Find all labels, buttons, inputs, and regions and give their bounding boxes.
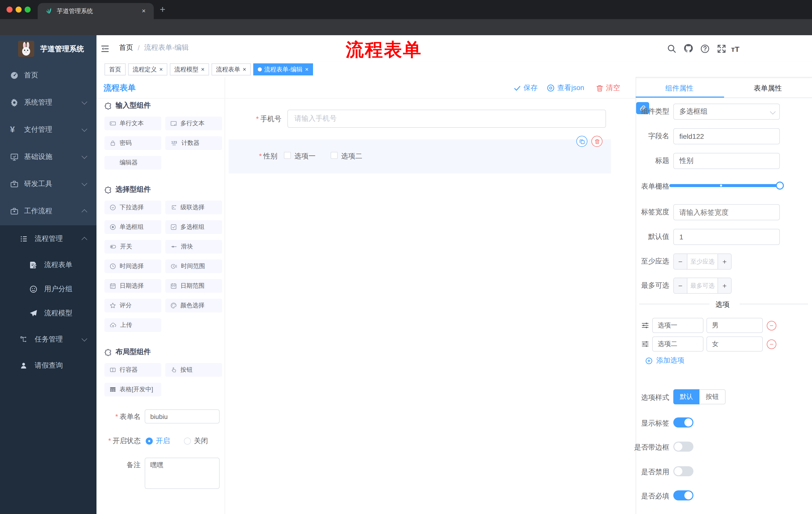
default-value-input[interactable] xyxy=(673,229,780,245)
palette-item-time-picker[interactable]: 时间选择 xyxy=(105,260,161,273)
github-icon[interactable] xyxy=(684,43,693,53)
tab-close-icon[interactable]: × xyxy=(140,7,148,15)
sidebar-item-label: 支付管理 xyxy=(24,125,52,134)
sidebar-item-workflow[interactable]: 工作流程 xyxy=(0,198,96,225)
remove-option-button[interactable]: − xyxy=(767,321,776,330)
option-1-value-input[interactable]: 男 xyxy=(706,318,763,333)
palette-item-rate[interactable]: 评分 xyxy=(105,299,161,312)
tag-process-model[interactable]: 流程模型× xyxy=(170,63,209,76)
tag-process-definition[interactable]: 流程定义× xyxy=(128,63,167,76)
option-style-default[interactable]: 默认 xyxy=(673,389,699,404)
sidebar-item-process-model[interactable]: 流程模型 xyxy=(0,301,96,325)
show-label-toggle[interactable] xyxy=(673,417,693,428)
palette-item-password[interactable]: 密码 xyxy=(105,136,161,150)
delete-component-button[interactable] xyxy=(591,136,603,147)
sidebar-item-leave-query[interactable]: 请假查询 xyxy=(0,352,96,379)
title-input[interactable] xyxy=(673,153,780,169)
add-option-button[interactable]: 添加选项 xyxy=(645,356,685,365)
palette-item-time-range[interactable]: 时间范围 xyxy=(165,260,222,273)
traffic-light-close[interactable] xyxy=(6,6,12,12)
new-tab-button[interactable]: + xyxy=(160,4,165,15)
disabled-toggle[interactable] xyxy=(673,466,693,476)
option-style-button[interactable]: 按钮 xyxy=(699,389,726,404)
sidebar-item-dev-tools[interactable]: 研发工具 xyxy=(0,170,96,198)
traffic-light-zoom[interactable] xyxy=(25,6,31,12)
tab-form-props[interactable]: 表单属性 xyxy=(754,84,782,93)
palette-item-button[interactable]: 按钮 xyxy=(165,363,222,377)
palette-item-single-text[interactable]: 单行文本 xyxy=(105,117,161,130)
breadcrumb-home[interactable]: 首页 xyxy=(119,43,133,52)
border-toggle[interactable] xyxy=(673,441,693,452)
tag-process-form-edit[interactable]: 流程表单-编辑× xyxy=(253,63,313,76)
sidebar-item-user-group[interactable]: 用户分组 xyxy=(0,277,96,301)
drag-handle-icon[interactable] xyxy=(641,340,649,348)
palette-item-date-picker[interactable]: 日期选择 xyxy=(105,279,161,293)
palette-item-color-picker[interactable]: 颜色选择 xyxy=(165,299,222,312)
help-icon[interactable] xyxy=(700,44,710,54)
required-toggle[interactable] xyxy=(673,490,693,501)
palette-item-switch[interactable]: 开关 xyxy=(105,240,161,253)
tag-home[interactable]: 首页 xyxy=(105,63,126,76)
sidebar-item-process-management[interactable]: 流程管理 xyxy=(0,225,96,252)
label-width-input[interactable] xyxy=(673,204,780,220)
form-remark-textarea[interactable]: 嘿嘿 xyxy=(145,458,220,489)
sidebar-item-payment[interactable]: ¥ 支付管理 xyxy=(0,116,96,143)
phone-field-input[interactable]: 请输入手机号 xyxy=(287,110,606,128)
traffic-light-minimize[interactable] xyxy=(16,6,22,12)
palette-item-counter[interactable]: 123 计数器 xyxy=(165,136,222,150)
stepper-plus-button[interactable]: + xyxy=(718,254,731,269)
palette-item-cascader[interactable]: 级联选择 xyxy=(165,201,222,214)
option-2-value-input[interactable]: 女 xyxy=(706,336,763,352)
tag-close-icon[interactable]: × xyxy=(305,66,309,73)
option-2-label-input[interactable]: 选项二 xyxy=(652,336,703,352)
palette-item-radio-group[interactable]: 单选框组 xyxy=(105,220,161,234)
stepper-minus-button[interactable]: − xyxy=(674,278,687,293)
calendar-icon xyxy=(110,283,116,289)
save-button[interactable]: 保存 xyxy=(514,83,538,92)
sidebar-item-infrastructure[interactable]: 基础设施 xyxy=(0,143,96,170)
view-json-button[interactable]: 查看json xyxy=(547,83,584,92)
palette-item-row-container[interactable]: 行容器 xyxy=(105,363,161,377)
fullscreen-icon[interactable] xyxy=(717,44,727,54)
palette-item-checkbox-group[interactable]: 多选框组 xyxy=(165,220,222,234)
sidebar-logo[interactable]: 芋道管理系统 xyxy=(18,41,84,57)
tab-component-props[interactable]: 组件属性 xyxy=(665,84,693,93)
tag-close-icon[interactable]: × xyxy=(243,66,246,73)
palette-item-upload[interactable]: 上传 xyxy=(105,318,161,332)
sidebar-item-task-management[interactable]: 任务管理 xyxy=(0,326,96,353)
palette-item-date-range[interactable]: 日期范围 xyxy=(165,279,222,293)
status-radio-off[interactable]: 关闭 xyxy=(184,437,208,445)
sidebar-item-home[interactable]: 首页 xyxy=(0,62,96,89)
gender-checkbox-2[interactable] xyxy=(330,152,338,159)
tag-process-form[interactable]: 流程表单× xyxy=(211,63,251,76)
browser-tab[interactable]: 芋道管理系统 × xyxy=(38,3,154,19)
grid-slider-handle[interactable] xyxy=(776,182,784,190)
tag-close-icon[interactable]: × xyxy=(201,66,204,73)
sidebar-collapse-icon[interactable] xyxy=(100,44,110,53)
field-name-input[interactable] xyxy=(673,128,780,144)
drag-handle-icon[interactable] xyxy=(641,321,649,329)
stepper-plus-button[interactable]: + xyxy=(718,278,731,293)
clear-button[interactable]: 清空 xyxy=(596,83,620,92)
slider-icon xyxy=(170,243,177,250)
form-name-input[interactable] xyxy=(145,409,220,424)
sidebar-item-process-form[interactable]: 流程表单 xyxy=(0,253,96,277)
component-type-select[interactable]: 多选框组 xyxy=(673,104,780,120)
stepper-minus-button[interactable]: − xyxy=(674,254,687,269)
grid-slider-track[interactable] xyxy=(669,184,780,187)
tag-close-icon[interactable]: × xyxy=(159,66,163,73)
max-select-placeholder[interactable]: 最多可选 xyxy=(687,278,718,293)
min-select-placeholder[interactable]: 至少应选 xyxy=(687,254,718,269)
font-size-icon[interactable]: тT xyxy=(731,45,740,53)
palette-item-slider[interactable]: 滑块 xyxy=(165,240,222,253)
palette-item-editor[interactable]: 编辑器 xyxy=(105,156,161,169)
status-radio-on[interactable]: 开启 xyxy=(146,437,170,445)
palette-item-table[interactable]: 表格[开发中] xyxy=(105,383,161,396)
option-1-label-input[interactable]: 选项一 xyxy=(652,318,703,333)
remove-option-button[interactable]: − xyxy=(767,340,776,349)
palette-item-dropdown[interactable]: 下拉选择 xyxy=(105,201,161,214)
gender-checkbox-1[interactable] xyxy=(284,152,291,159)
search-icon[interactable] xyxy=(667,44,677,54)
copy-component-button[interactable] xyxy=(576,136,587,147)
sidebar-item-system[interactable]: 系统管理 xyxy=(0,89,96,116)
